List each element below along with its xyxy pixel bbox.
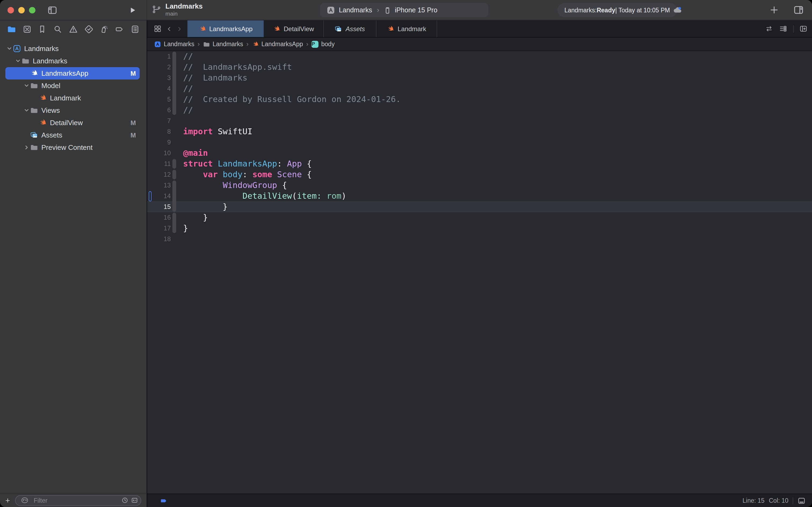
navigator-tab-tests[interactable] — [84, 24, 93, 34]
breadcrumb-label: Landmarks — [164, 41, 194, 47]
activity-status[interactable]: Landmarks: Ready | Today at 10:05 PM — [558, 3, 677, 17]
editor-tab-assets[interactable]: Assets — [324, 20, 376, 37]
breadcrumb-label: body — [321, 41, 335, 47]
toggle-bottom-bar-button[interactable] — [798, 497, 806, 505]
toolbar: Landmarks main Landmarks › iPhone 15 Pro… — [0, 0, 812, 20]
source-editor[interactable]: 1//2// LandmarksApp.swift3// Landmarks4/… — [147, 51, 812, 494]
go-forward-button[interactable] — [177, 25, 182, 33]
code-line: 9 — [147, 137, 812, 148]
navigator-tab-issues[interactable] — [69, 24, 78, 34]
folder-gray-icon — [21, 57, 30, 65]
navigator-tab-find[interactable] — [53, 24, 62, 34]
add-file-button[interactable]: + — [5, 497, 10, 505]
tab-label: LandmarksApp — [209, 25, 252, 33]
appstore-blue-icon — [154, 41, 161, 48]
breadcrumb-label: LandmarksApp — [262, 41, 303, 47]
navigator-tab-breakpoints[interactable] — [115, 24, 124, 34]
breadcrumb-item-landmarksapp[interactable]: LandmarksApp — [252, 41, 303, 48]
code-text: // — [183, 105, 193, 115]
code-text: } — [183, 212, 208, 223]
project-title-group: Landmarks main — [152, 2, 203, 17]
navigator-tab-project[interactable] — [7, 24, 16, 34]
navigator-tab-debug[interactable] — [100, 24, 109, 34]
recent-files-filter-icon[interactable] — [121, 497, 128, 504]
line-number: 14 — [147, 191, 171, 202]
filter-placeholder: Filter — [34, 497, 119, 504]
breadcrumb-separator: › — [246, 40, 249, 48]
breadcrumb-label: Landmarks — [213, 41, 243, 47]
tree-item-preview-content[interactable]: Preview Content — [5, 141, 139, 154]
iphone-icon — [384, 6, 391, 14]
editor-pane: LandmarksAppDetailViewAssetsLandmark Lan… — [147, 20, 812, 507]
line-number: 11 — [147, 158, 171, 169]
minimize-button[interactable] — [18, 7, 25, 13]
app-scheme-icon — [327, 6, 335, 14]
code-text: // Created by Russell Gordon on 2024-01-… — [183, 94, 401, 105]
zoom-button[interactable] — [29, 7, 36, 13]
swift-orange-icon — [387, 25, 395, 33]
navigator-tab-bookmarks[interactable] — [38, 24, 47, 34]
tree-item-assets[interactable]: AssetsM — [5, 129, 139, 141]
code-line: 4// — [147, 83, 812, 94]
line-indicator: Line: 15 — [743, 497, 764, 504]
run-button[interactable] — [129, 6, 136, 14]
line-number: 3 — [147, 72, 171, 83]
code-line: 8import SwiftUI — [147, 126, 812, 137]
editor-tab-landmarksapp[interactable]: LandmarksApp — [187, 20, 264, 37]
column-indicator: Col: 10 — [769, 497, 789, 504]
disclosure-chevron[interactable] — [15, 58, 21, 64]
library-button[interactable] — [769, 5, 779, 14]
related-items-button[interactable] — [154, 25, 162, 33]
line-number: 8 — [147, 126, 171, 137]
code-review-button[interactable] — [765, 25, 773, 32]
breadcrumb-item-landmarks[interactable]: Landmarks — [203, 41, 243, 48]
adjust-editor-options-button[interactable] — [779, 25, 788, 33]
code-line: 16 } — [147, 212, 812, 223]
status-prefix: Landmarks: — [565, 7, 597, 13]
close-button[interactable] — [7, 7, 14, 13]
code-text: WindowGroup { — [183, 180, 287, 191]
code-line: 13 WindowGroup { — [147, 180, 812, 191]
scheme-selector[interactable]: Landmarks › iPhone 15 Pro — [320, 3, 488, 17]
code-text: DetailView(item: rom) — [183, 191, 346, 202]
disclosure-chevron — [23, 70, 30, 76]
disclosure-chevron[interactable] — [23, 107, 30, 113]
code-line: 12 var body: some Scene { — [147, 169, 812, 180]
navigator-tab-reports[interactable] — [130, 24, 139, 34]
editor-tab-detailview[interactable]: DetailView — [264, 20, 324, 37]
disclosure-chevron[interactable] — [6, 46, 13, 52]
tree-item-landmarksapp[interactable]: LandmarksAppM — [5, 67, 139, 79]
scheme-project[interactable]: Landmarks — [339, 6, 372, 14]
editor-tab-bar: LandmarksAppDetailViewAssetsLandmark — [147, 20, 812, 38]
tree-item-landmarks[interactable]: Landmarks — [5, 43, 139, 55]
toggle-navigator-button[interactable] — [47, 5, 57, 15]
toggle-inspector-button[interactable] — [793, 5, 804, 15]
breakpoint-toggle-icon[interactable] — [159, 497, 169, 504]
tree-item-model[interactable]: Model — [5, 79, 139, 92]
tree-item-label: Landmarks — [33, 57, 67, 65]
tree-item-landmarks[interactable]: Landmarks — [5, 55, 139, 67]
filter-field[interactable]: Filter — [15, 495, 141, 506]
filter-options-icon[interactable] — [18, 497, 31, 504]
line-number: 7 — [147, 115, 171, 126]
add-editor-button[interactable] — [799, 25, 808, 33]
toolbar-separator — [793, 25, 794, 33]
go-back-button[interactable] — [167, 25, 172, 33]
folder-gray-icon — [30, 81, 38, 90]
breadcrumb-item-body[interactable]: Pbody — [311, 41, 335, 48]
editor-tab-landmark[interactable]: Landmark — [376, 20, 437, 37]
line-number: 15 — [147, 202, 171, 212]
scheme-device[interactable]: iPhone 15 Pro — [395, 6, 437, 14]
source-control-filter-icon[interactable] — [131, 497, 138, 504]
disclosure-chevron — [23, 132, 30, 138]
breadcrumb-item-landmarks[interactable]: Landmarks — [154, 41, 194, 48]
tree-item-views[interactable]: Views — [5, 104, 139, 117]
tree-item-landmark[interactable]: Landmark — [5, 92, 139, 104]
tree-item-label: Views — [41, 106, 60, 114]
tree-item-detailview[interactable]: DetailViewM — [5, 117, 139, 129]
disclosure-chevron[interactable] — [23, 83, 30, 89]
navigator-tab-source-control[interactable] — [22, 24, 32, 34]
code-line: 10@main — [147, 148, 812, 158]
line-number: 4 — [147, 83, 171, 94]
disclosure-chevron[interactable] — [23, 145, 30, 150]
